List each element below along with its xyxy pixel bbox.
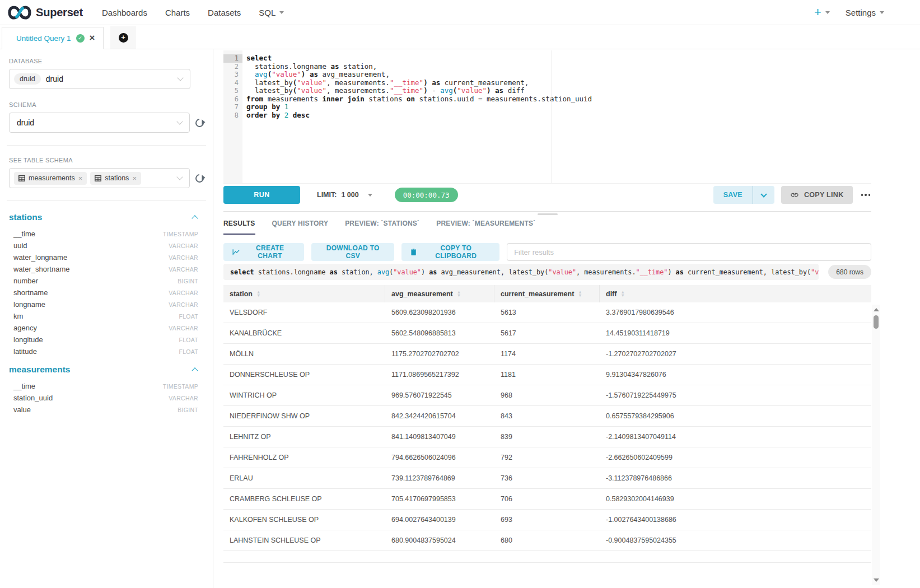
filter-results-input[interactable] <box>507 243 871 261</box>
copy-to-clipboard-button[interactable]: COPY TO CLIPBOARD <box>401 243 499 261</box>
new-item-button[interactable]: + <box>814 7 830 18</box>
close-icon[interactable]: × <box>90 34 95 42</box>
sql-token: "value" <box>457 86 487 95</box>
superset-infinity-icon <box>8 5 31 20</box>
settings-menu[interactable]: Settings <box>835 8 884 17</box>
add-tab-button[interactable]: + <box>110 26 136 49</box>
code-line: latest_by("value", measurements."__time"… <box>246 79 871 87</box>
collapse-icon[interactable] <box>192 215 198 221</box>
nav-item-dashboards[interactable]: Dashboards <box>102 8 147 17</box>
results-tab-results[interactable]: RESULTS <box>223 220 255 235</box>
limit-dropdown[interactable]: LIMIT: 1 000 <box>317 191 372 199</box>
tab-untitled-query-1[interactable]: Untitled Query 1 ✓ × <box>2 27 104 49</box>
sort-icon[interactable]: ▲▼ <box>256 291 260 297</box>
nav-item-datasets[interactable]: Datasets <box>208 8 241 17</box>
column-header-avg_measurement[interactable]: avg_measurement▲▼ <box>385 285 494 302</box>
copy-link-button[interactable]: COPY LINK <box>781 186 853 204</box>
refresh-schema-icon[interactable] <box>194 116 206 128</box>
nav-item-label: Datasets <box>208 8 241 17</box>
table-cell: KANALBRÜCKE <box>223 323 385 343</box>
sort-icon[interactable]: ▲▼ <box>578 291 582 297</box>
sort-icon[interactable]: ▲▼ <box>620 291 624 297</box>
column-header-diff[interactable]: diff▲▼ <box>600 285 871 302</box>
table-select[interactable]: measurements×stations× <box>9 168 190 188</box>
sql-token: on <box>407 95 415 103</box>
database-select[interactable]: druid druid <box>9 69 190 89</box>
sql-token: avg <box>440 86 453 95</box>
sql-token: as <box>432 78 440 87</box>
column-item: __timeTIMESTAMP <box>9 228 204 240</box>
schema-select[interactable]: druid <box>9 113 190 133</box>
chevron-down-icon <box>368 194 372 197</box>
top-navbar: Superset DashboardsChartsDatasetsSQL + S… <box>0 0 920 25</box>
results-scrollbar[interactable] <box>872 305 880 585</box>
more-options-button[interactable] <box>860 192 872 198</box>
save-options-button[interactable] <box>753 186 774 204</box>
chevron-down-icon <box>176 174 183 180</box>
table-tag-measurements[interactable]: measurements× <box>14 172 87 185</box>
success-check-icon: ✓ <box>76 34 85 43</box>
table-name-link[interactable]: measurements <box>9 365 70 375</box>
plus-icon: + <box>814 7 821 18</box>
superset-logo[interactable]: Superset <box>8 5 83 20</box>
column-type: FLOAT <box>179 348 198 355</box>
chevron-down-icon <box>279 11 284 14</box>
column-type: FLOAT <box>179 337 198 343</box>
run-button[interactable]: RUN <box>223 186 300 204</box>
scrollbar-thumb[interactable] <box>874 315 879 329</box>
navbar-right: + Settings <box>814 7 884 18</box>
table-cell: 1174 <box>494 344 600 364</box>
table-cell: FAHRENHOLZ OP <box>223 447 385 468</box>
sql-token: ) <box>423 86 428 95</box>
column-item: valueBIGINT <box>9 404 204 416</box>
column-item: kmFLOAT <box>9 310 204 322</box>
sql-token: ) <box>423 78 428 87</box>
sql-token: "value" <box>272 70 301 78</box>
divider <box>7 200 206 201</box>
column-header-current_measurement[interactable]: current_measurement▲▼ <box>494 285 600 302</box>
download-to-csv-button[interactable]: DOWNLOAD TO CSV <box>311 243 394 261</box>
table-cell: 968 <box>494 385 600 405</box>
pane-splitter[interactable] <box>223 211 871 215</box>
remove-tag-icon[interactable]: × <box>78 174 83 183</box>
nav-item-charts[interactable]: Charts <box>165 8 190 17</box>
column-type: TIMESTAMP <box>163 231 198 237</box>
table-cell: NIEDERFINOW SHW OP <box>223 406 385 426</box>
table-cell: 680.9004837595024 <box>385 530 494 550</box>
table-schema-list: stations__timeTIMESTAMPuuidVARCHARwater_… <box>9 212 204 416</box>
code-line: select <box>246 54 871 63</box>
results-tab-preview-measurements[interactable]: PREVIEW: `MEASUREMENTS` <box>436 220 535 235</box>
results-tab-query-history[interactable]: QUERY HISTORY <box>272 220 329 235</box>
code-line: stations.longname as station, <box>246 63 871 71</box>
create-chart-button[interactable]: CREATE CHART <box>223 243 304 261</box>
nav-item-sql[interactable]: SQL <box>259 8 284 17</box>
table-cell: KALKOFEN SCHLEUSE OP <box>223 510 385 530</box>
table-name-link[interactable]: stations <box>9 212 42 222</box>
table-cell: 705.4170697995853 <box>385 489 494 509</box>
limit-label: LIMIT: <box>317 191 337 199</box>
table-tag-stations[interactable]: stations× <box>90 172 141 185</box>
remove-tag-icon[interactable]: × <box>132 174 137 183</box>
collapse-icon[interactable] <box>192 367 198 374</box>
save-split-button[interactable]: SAVE <box>713 186 774 204</box>
table-cell: 0.5829302004146939 <box>600 489 871 509</box>
line-number: 3 <box>223 71 242 79</box>
sql-token: ) <box>667 268 675 276</box>
column-header-station[interactable]: station▲▼ <box>223 285 385 302</box>
refresh-tables-icon[interactable] <box>194 172 206 184</box>
sort-icon[interactable]: ▲▼ <box>457 291 461 297</box>
sql-token: stations.longname <box>246 62 331 71</box>
editor-code[interactable]: select stations.longname as station, avg… <box>242 50 871 183</box>
sql-editor[interactable]: 12345678 select stations.longname as sta… <box>223 50 871 184</box>
table-cell: -3.112378976486866 <box>600 468 871 488</box>
splitter-handle-icon[interactable] <box>538 213 558 215</box>
save-button[interactable]: SAVE <box>713 186 753 204</box>
column-type: VARCHAR <box>169 301 198 308</box>
column-item: latitudeFLOAT <box>9 346 204 357</box>
results-tab-preview-stations[interactable]: PREVIEW: `STATIONS` <box>345 220 419 235</box>
scroll-down-icon[interactable] <box>874 578 879 582</box>
sql-token: diff <box>503 86 525 95</box>
scroll-up-icon[interactable] <box>874 308 879 311</box>
sql-token: current_measurement, <box>440 78 529 87</box>
sql-token: avg_measurement, latest_by( <box>437 268 548 276</box>
